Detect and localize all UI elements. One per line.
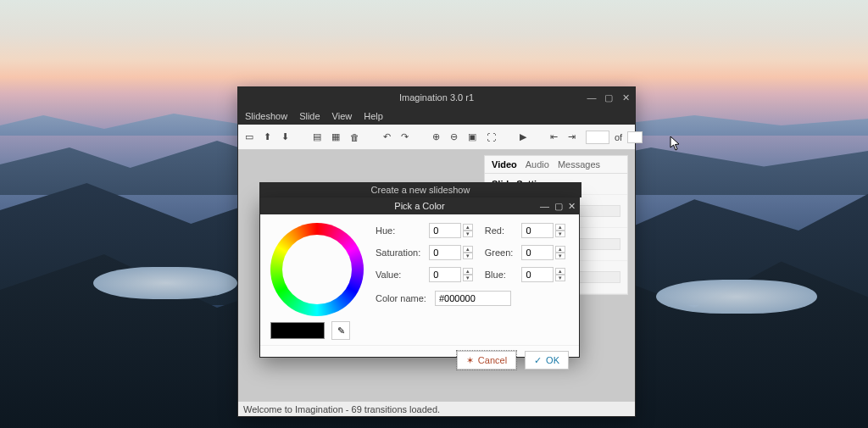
menubar: Slideshow Slide View Help	[238, 108, 635, 125]
play-icon[interactable]: ▶	[520, 131, 526, 144]
slide-total-dropdown[interactable]	[627, 131, 643, 143]
menu-slide[interactable]: Slide	[299, 111, 320, 121]
first-icon[interactable]: ⇤	[550, 131, 558, 144]
cancel-label: Cancel	[478, 355, 507, 365]
zoom-out-icon[interactable]: ⊖	[450, 131, 458, 144]
spin-down-icon[interactable]: ▾	[463, 275, 473, 281]
close-icon[interactable]: ✕	[568, 201, 576, 212]
spin-down-icon[interactable]: ▾	[463, 231, 473, 237]
ok-label: OK	[546, 355, 559, 365]
blue-input[interactable]	[521, 267, 554, 282]
spin-up-icon[interactable]: ▴	[463, 246, 473, 253]
import-audio-icon[interactable]: ▦	[331, 131, 340, 144]
new-icon[interactable]: ▭	[245, 131, 253, 144]
color-picker-dialog: Pick a Color — ▢ ✕ ✎ Hue: ▴▾ Red: ▴▾ Sat…	[259, 197, 580, 358]
spin-down-icon[interactable]: ▾	[555, 275, 565, 281]
hue-input[interactable]	[429, 223, 461, 238]
cursor-icon	[670, 136, 682, 151]
window-title: Imagination 3.0 r1	[399, 92, 474, 103]
slide-index-input[interactable]	[586, 131, 609, 144]
menu-slideshow[interactable]: Slideshow	[245, 111, 287, 121]
check-icon: ✓	[534, 355, 542, 366]
cancel-button[interactable]: ✶ Cancel	[457, 351, 516, 370]
spin-down-icon[interactable]: ▾	[555, 231, 565, 237]
zoom-in-icon[interactable]: ⊕	[432, 131, 440, 144]
create-slideshow-title: Create a new slideshow	[371, 185, 470, 195]
menu-help[interactable]: Help	[364, 111, 383, 121]
fullscreen-icon[interactable]: ⛶	[487, 131, 496, 144]
close-icon[interactable]: ✕	[620, 92, 632, 103]
minimize-icon[interactable]: —	[586, 92, 598, 103]
eyedropper-button[interactable]: ✎	[331, 321, 350, 340]
tab-video[interactable]: Video	[492, 159, 517, 170]
green-label: Green:	[485, 247, 514, 258]
titlebar[interactable]: Imagination 3.0 r1 — ▢ ✕	[238, 87, 635, 108]
spin-down-icon[interactable]: ▾	[463, 253, 473, 259]
green-input[interactable]	[521, 245, 554, 260]
saturation-input[interactable]	[429, 245, 461, 260]
gear-icon: ✶	[466, 355, 474, 366]
ok-button[interactable]: ✓ OK	[525, 351, 569, 370]
save-icon[interactable]: ⬇︎	[281, 131, 289, 144]
create-slideshow-titlebar[interactable]: Create a new slideshow	[259, 182, 581, 197]
spin-down-icon[interactable]: ▾	[555, 253, 565, 259]
lake	[93, 267, 237, 299]
hue-label: Hue:	[376, 225, 420, 236]
redo-icon[interactable]: ↷	[401, 131, 409, 144]
tab-audio[interactable]: Audio	[526, 159, 549, 170]
open-icon[interactable]: ⬆︎	[264, 131, 271, 144]
value-label: Value:	[376, 270, 420, 280]
colorname-label: Color name:	[376, 293, 426, 303]
blue-label: Blue:	[485, 270, 514, 280]
red-input[interactable]	[521, 223, 554, 238]
menu-view[interactable]: View	[332, 111, 353, 121]
eyedropper-icon: ✎	[337, 325, 345, 336]
maximize-icon[interactable]: ▢	[603, 92, 615, 103]
color-wheel[interactable]	[270, 223, 364, 316]
last-icon[interactable]: ⇥	[568, 131, 576, 144]
maximize-icon[interactable]: ▢	[554, 201, 563, 212]
tab-messages[interactable]: Messages	[558, 159, 600, 170]
spin-up-icon[interactable]: ▴	[555, 268, 565, 275]
delete-icon[interactable]: 🗑	[350, 131, 359, 144]
spin-up-icon[interactable]: ▴	[463, 268, 473, 275]
dialog-title: Pick a Color	[394, 201, 444, 211]
color-triangle[interactable]	[298, 247, 345, 294]
spin-up-icon[interactable]: ▴	[555, 246, 565, 253]
saturation-label: Saturation:	[376, 247, 420, 258]
value-input[interactable]	[429, 267, 461, 282]
minimize-icon[interactable]: —	[540, 201, 549, 211]
zoom-fit-icon[interactable]: ▣	[468, 131, 476, 144]
lake	[656, 280, 817, 314]
spin-up-icon[interactable]: ▴	[555, 224, 565, 231]
status-text: Welcome to Imagination - 69 transitions …	[243, 404, 440, 414]
import-image-icon[interactable]: ▤	[313, 131, 321, 144]
toolbar: ▭ ⬆︎ ⬇︎ ▤ ▦ 🗑 ↶ ↷ ⊕ ⊖ ▣ ⛶ ▶ ⇤ ⇥ of	[238, 125, 635, 150]
statusbar: Welcome to Imagination - 69 transitions …	[238, 401, 635, 416]
spin-up-icon[interactable]: ▴	[463, 224, 473, 231]
dialog-titlebar[interactable]: Pick a Color — ▢ ✕	[260, 197, 579, 214]
color-swatch[interactable]	[270, 322, 325, 339]
undo-icon[interactable]: ↶	[383, 131, 391, 144]
colorname-input[interactable]	[435, 291, 511, 306]
red-label: Red:	[485, 225, 514, 236]
of-label: of	[615, 132, 622, 142]
